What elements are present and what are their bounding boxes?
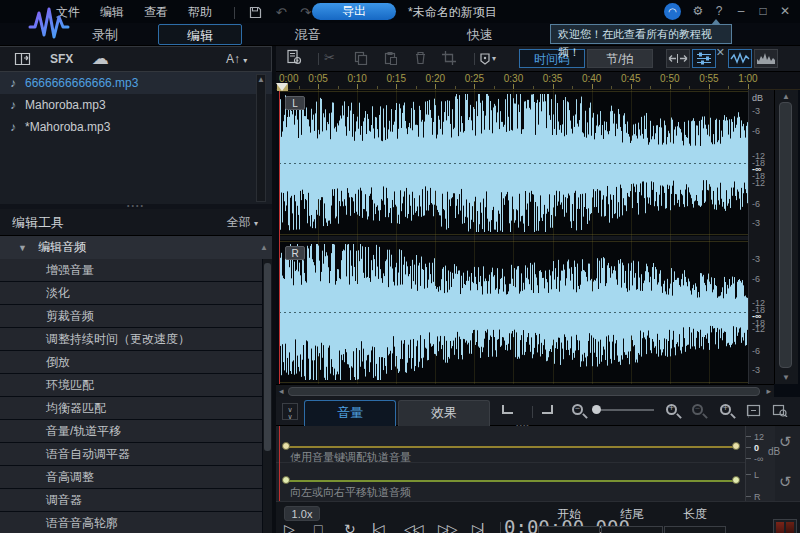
account-icon[interactable]: ◠	[664, 3, 681, 20]
selection-out-icon[interactable]	[534, 403, 560, 420]
tool-item-11[interactable]: 语音音高轮廓	[0, 512, 262, 533]
marker-dropdown[interactable]: ▾	[478, 50, 496, 66]
edit-audio-section-header[interactable]: ▼ 编辑音频 ▲	[0, 236, 272, 259]
mode-tab-3[interactable]: 快速	[434, 24, 526, 45]
project-settings-icon[interactable]	[286, 49, 302, 65]
tool-item-10[interactable]: 调音器	[0, 489, 262, 511]
vertical-scrollbar[interactable]: ▲ ▼	[774, 90, 798, 384]
rewind-button[interactable]: ◁◁	[404, 521, 422, 533]
tool-item-8[interactable]: 语音自动调平器	[0, 443, 262, 465]
loop-button[interactable]: ↻	[344, 521, 354, 533]
play-button[interactable]: ▷	[284, 521, 293, 533]
playback-speed-button[interactable]: 1.0x	[284, 506, 320, 521]
sfx-button[interactable]: SFX	[50, 52, 73, 66]
stretch-view-icon[interactable]	[666, 49, 690, 68]
pan-keyframe[interactable]	[282, 476, 290, 484]
waveform-display[interactable]: L R	[279, 90, 748, 384]
horizontal-scrollbar[interactable]: ◂ ▸	[276, 384, 774, 397]
tool-item-9[interactable]: 音高调整	[0, 466, 262, 488]
tools-scrollbar-thumb[interactable]	[264, 263, 271, 451]
export-button[interactable]: 导出	[312, 3, 396, 20]
delete-icon[interactable]	[414, 51, 427, 65]
tool-item-5[interactable]: 环境匹配	[0, 374, 262, 396]
scroll-up-icon[interactable]: ▲	[782, 92, 790, 101]
tool-item-2[interactable]: 剪裁音频	[0, 305, 262, 327]
docking-panel-icon[interactable]	[692, 49, 716, 68]
scroll-up-icon[interactable]: ▲	[257, 75, 265, 84]
reset-pan-icon[interactable]: ↺	[779, 473, 792, 491]
maximize-button[interactable]: □	[754, 3, 772, 19]
scroll-up-icon[interactable]: ▲	[260, 236, 268, 259]
tools-filter-dropdown[interactable]: 全部 ▾	[227, 209, 258, 237]
pan-keyframe[interactable]	[732, 476, 740, 484]
spectrum-view-icon[interactable]	[754, 49, 778, 68]
to_start-button[interactable]: |◁	[372, 521, 382, 533]
file-row[interactable]: ♪*Mahoroba.mp3	[0, 116, 272, 138]
playhead-line[interactable]	[279, 90, 280, 384]
scroll-down-icon[interactable]: ▼	[782, 373, 790, 382]
tool-item-3[interactable]: 调整持续时间（更改速度）	[0, 328, 262, 350]
volume-keyframe[interactable]	[732, 442, 740, 450]
menu-item-3[interactable]: 帮助	[178, 0, 222, 25]
collapse-panel-button[interactable]: ∨∨	[282, 403, 298, 420]
zoom-out-icon[interactable]: −	[572, 404, 583, 415]
save-icon[interactable]	[244, 4, 267, 21]
zoom-selection-icon[interactable]	[772, 404, 798, 421]
field-input[interactable]	[664, 526, 726, 533]
import-media-icon[interactable]	[14, 51, 31, 66]
mode-tab-1[interactable]: 编辑	[158, 24, 242, 45]
undo-icon[interactable]: ↶	[271, 0, 292, 25]
field-input[interactable]	[538, 526, 600, 533]
zoom-slider-knob[interactable]	[592, 405, 601, 414]
volume-keyframe[interactable]	[282, 442, 290, 450]
menu-item-2[interactable]: 查看	[134, 0, 178, 25]
volume-envelope-lane[interactable]: 使用音量键调配轨道音量	[276, 426, 745, 463]
tool-item-1[interactable]: 淡化	[0, 282, 262, 304]
file-row[interactable]: ♪Mahoroba.mp3	[0, 94, 272, 116]
pan-envelope-line[interactable]	[283, 480, 739, 482]
filelist-scrollbar[interactable]: ▲	[256, 74, 266, 202]
beats-toggle[interactable]: 节/拍	[587, 49, 653, 68]
minimize-button[interactable]: –	[732, 3, 750, 19]
paste-icon[interactable]	[384, 51, 398, 65]
field-input[interactable]	[601, 526, 663, 533]
sort-button[interactable]: A↑ ▾	[226, 52, 247, 66]
volume-envelope-line[interactable]	[283, 446, 739, 448]
zoom-out-vertical-icon[interactable]: −	[692, 404, 703, 415]
menu-item-1[interactable]: 编辑	[90, 0, 134, 25]
timeline-ruler[interactable]: 0:000:050:100:150:200:250:300:350:400:45…	[276, 72, 800, 90]
cloud-icon[interactable]: ☁	[92, 48, 109, 69]
waveform-canvas[interactable]	[279, 90, 748, 384]
stop-button[interactable]: □	[314, 521, 320, 533]
zoom-slider[interactable]	[594, 409, 654, 411]
tab-volume[interactable]: 音量	[304, 400, 396, 426]
close-button[interactable]: ✕	[776, 3, 794, 19]
to_end-button[interactable]: ▷|	[472, 521, 482, 533]
zoom-in-icon[interactable]: +	[666, 404, 677, 415]
copy-icon[interactable]	[354, 51, 368, 65]
fast_forward-button[interactable]: ▷▷	[438, 521, 456, 533]
horizontal-scrollbar-thumb[interactable]	[288, 387, 760, 396]
scroll-left-icon[interactable]: ◂	[279, 386, 284, 396]
cut-icon[interactable]: ✂	[324, 50, 335, 65]
tooltip-close-icon[interactable]: ✕	[716, 43, 725, 61]
tool-item-6[interactable]: 均衡器匹配	[0, 397, 262, 419]
pan-envelope-lane[interactable]: 向左或向右平移轨道音频	[276, 463, 745, 501]
crop-icon[interactable]	[442, 51, 456, 65]
selection-in-icon[interactable]	[494, 403, 520, 420]
tool-item-0[interactable]: 增强音量	[0, 259, 262, 281]
vertical-scrollbar-thumb[interactable]	[779, 102, 792, 368]
zoom-in-vertical-icon[interactable]: +	[720, 404, 731, 415]
reset-volume-icon[interactable]: ↺	[779, 433, 792, 451]
help-icon[interactable]: ?	[710, 3, 728, 19]
mode-tab-2[interactable]: 混音	[260, 24, 355, 45]
playhead-handle[interactable]	[276, 83, 288, 91]
scroll-right-icon[interactable]: ▸	[766, 386, 771, 396]
tool-item-4[interactable]: 倒放	[0, 351, 262, 373]
tool-item-7[interactable]: 音量/轨道平移	[0, 420, 262, 442]
fit-to-window-icon[interactable]	[746, 404, 772, 421]
tab-effects[interactable]: 效果	[398, 400, 490, 426]
file-row[interactable]: ♪6666666666666.mp3	[0, 72, 272, 94]
settings-icon[interactable]: ⚙	[689, 3, 707, 19]
waveform-view-icon[interactable]	[728, 49, 752, 68]
